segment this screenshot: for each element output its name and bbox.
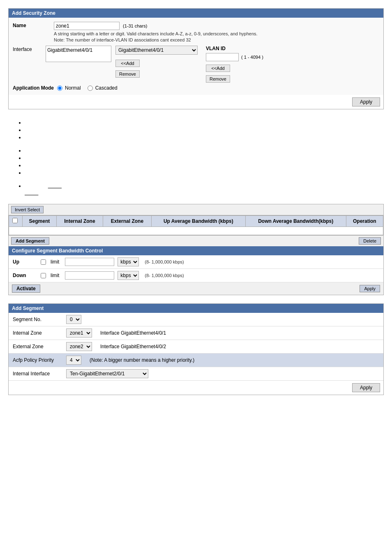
interface-item: GigabitEthernet4/0/1 <box>47 47 110 53</box>
vlan-section: VLAN ID ( 1 - 4094 ) <<Add Remove <box>206 46 263 83</box>
segment-no-row: Segment No. 0 <box>9 313 383 326</box>
interface-label: Interface <box>13 46 42 52</box>
up-label: Up <box>13 259 37 265</box>
internal-interface-label: Internal Interface <box>13 371 66 377</box>
col-external-zone: External Zone <box>103 216 151 227</box>
bandwidth-apply-button[interactable]: Apply <box>360 285 380 292</box>
activate-button[interactable]: Activate <box>12 284 40 293</box>
link-2[interactable] <box>25 190 38 196</box>
up-limit-text: limit <box>51 259 59 265</box>
interface-list: GigabitEthernet4/0/1 <box>46 46 111 62</box>
mode-normal-radio[interactable] <box>57 86 62 91</box>
col-operation: Operation <box>346 216 383 227</box>
name-hint-chars: (1-31 chars) <box>123 23 147 28</box>
configure-bar-text: Configure Segment Bandwidth Control <box>12 248 103 254</box>
internal-interface-row: Internal Interface Ten-GigabitEthernet2/… <box>9 367 383 381</box>
vlan-add-button[interactable]: <<Add <box>206 65 230 72</box>
internal-zone-row: Internal Zone zone1 Interface GigabitEth… <box>9 326 383 340</box>
panel-title: Add Security Zone <box>12 10 55 16</box>
add-segment-header: Add Segment <box>9 304 383 313</box>
external-zone-interface: Interface GigabitEthernet4/0/2 <box>100 344 166 349</box>
toolbar-left: Invert Select <box>11 206 44 213</box>
add-segment-button[interactable]: Add Segment <box>11 237 49 245</box>
mode-cascaded-label[interactable]: Cascaded <box>88 85 118 91</box>
bullet-item <box>25 181 384 188</box>
internal-interface-select[interactable]: Ten-GigabitEthernet2/0/1 <box>66 369 148 378</box>
segment-table: Segment Internal Zone External Zone Up A… <box>9 215 383 235</box>
bullet-item <box>25 153 384 160</box>
name-input[interactable] <box>54 22 120 30</box>
bullet-item <box>25 168 384 175</box>
add-segment-panel: Add Segment Segment No. 0 Internal Zone … <box>8 303 384 395</box>
vlan-remove-button[interactable]: Remove <box>206 75 230 83</box>
apply-row: Apply <box>9 95 383 109</box>
remove-button[interactable]: Remove <box>115 70 140 78</box>
mode-normal-text: Normal <box>65 85 81 91</box>
up-hint: (8- 1,000,000 kbps) <box>145 259 184 264</box>
bullet-item <box>25 132 384 140</box>
down-kbps-select[interactable]: kbps <box>118 271 139 280</box>
acfp-priority-select[interactable]: 4 <box>66 356 81 365</box>
add-button[interactable]: <<Add <box>115 60 140 67</box>
down-bandwidth-row: Down limit kbps (8- 1,000,000 kbps) <box>9 269 383 282</box>
external-zone-row: External Zone zone2 Interface GigabitEth… <box>9 340 383 354</box>
up-limit-checkbox[interactable] <box>41 259 46 265</box>
bullet-list-1 <box>16 118 384 140</box>
name-content: (1-31 chars) A string starting with a le… <box>54 22 379 42</box>
down-hint: (8- 1,000,000 kbps) <box>145 273 184 278</box>
interface-row: Interface GigabitEthernet4/0/1 GigabitEt… <box>13 46 379 83</box>
mode-normal-label[interactable]: Normal <box>57 85 81 91</box>
add-remove-col: <<Add Remove <box>115 58 140 78</box>
name-note: Note: The number of interface-VLAN ID as… <box>54 37 379 42</box>
internal-zone-interface: Interface GigabitEthernet4/0/1 <box>100 330 166 336</box>
application-mode-row: Application Mode Normal Cascaded <box>13 85 379 91</box>
down-limit-checkbox[interactable] <box>41 273 46 278</box>
configure-bar: Configure Segment Bandwidth Control <box>9 246 383 255</box>
mode-cascaded-radio[interactable] <box>88 86 93 91</box>
activate-row: Activate Apply <box>9 282 383 295</box>
empty-row <box>9 227 383 235</box>
up-bandwidth-row: Up limit kbps (8- 1,000,000 kbps) <box>9 255 383 269</box>
down-bandwidth-input[interactable] <box>65 271 114 280</box>
up-kbps-select[interactable]: kbps <box>118 257 139 266</box>
add-segment-title: Add Segment <box>12 305 44 311</box>
up-bandwidth-input[interactable] <box>65 258 114 266</box>
external-zone-select[interactable]: zone2 <box>66 342 92 351</box>
segment-no-label: Segment No. <box>13 317 66 322</box>
bullet-list-3 <box>16 181 384 188</box>
link-1[interactable] <box>48 183 62 189</box>
acfp-priority-label: Acfp Policy Priority <box>13 357 66 363</box>
acfp-priority-note: (Note: A bigger number means a higher pr… <box>90 357 194 363</box>
delete-button[interactable]: Delete <box>359 237 381 245</box>
interface-middle: GigabitEthernet4/0/1 <<Add Remove <box>115 46 198 78</box>
mode-cascaded-text: Cascaded <box>95 85 118 91</box>
acfp-priority-row: Acfp Policy Priority 4 (Note: A bigger n… <box>9 354 383 367</box>
add-segment-apply-button[interactable]: Apply <box>352 383 380 392</box>
bullet-item <box>25 125 384 132</box>
down-label: Down <box>13 273 37 278</box>
panel-body: Name (1-31 chars) A string starting with… <box>9 18 383 95</box>
add-segment-body: Segment No. 0 Internal Zone zone1 Interf… <box>9 313 383 381</box>
vlan-input[interactable] <box>206 53 239 61</box>
internal-zone-select[interactable]: zone1 <box>66 328 92 338</box>
col-checkbox <box>9 216 23 227</box>
segment-no-select[interactable]: 0 <box>66 315 81 324</box>
toolbar-row: Invert Select <box>9 204 383 215</box>
bullet-list-2 <box>16 146 384 175</box>
security-zone-apply-button[interactable]: Apply <box>352 97 380 106</box>
invert-select-button[interactable]: Invert Select <box>11 206 44 213</box>
col-down-bandwidth: Down Average Bandwidth(kbps) <box>245 216 346 227</box>
select-all-checkbox[interactable] <box>12 218 18 223</box>
vlan-hint: ( 1 - 4094 ) <box>241 55 263 60</box>
col-internal-zone: Internal Zone <box>56 216 103 227</box>
interface-select[interactable]: GigabitEthernet4/0/1 <box>115 46 198 55</box>
table-header-row: Segment Internal Zone External Zone Up A… <box>9 216 383 227</box>
down-limit-text: limit <box>51 273 59 278</box>
vlan-add-remove: <<Add Remove <box>206 63 230 83</box>
col-up-bandwidth: Up Average Bandwidth (kbps) <box>151 216 245 227</box>
name-row: Name (1-31 chars) A string starting with… <box>13 22 379 42</box>
add-security-zone-panel: Add Security Zone Name (1-31 chars) A st… <box>8 8 384 109</box>
bullet-item <box>25 146 384 153</box>
bullet-item <box>25 118 384 125</box>
col-segment: Segment <box>23 216 57 227</box>
